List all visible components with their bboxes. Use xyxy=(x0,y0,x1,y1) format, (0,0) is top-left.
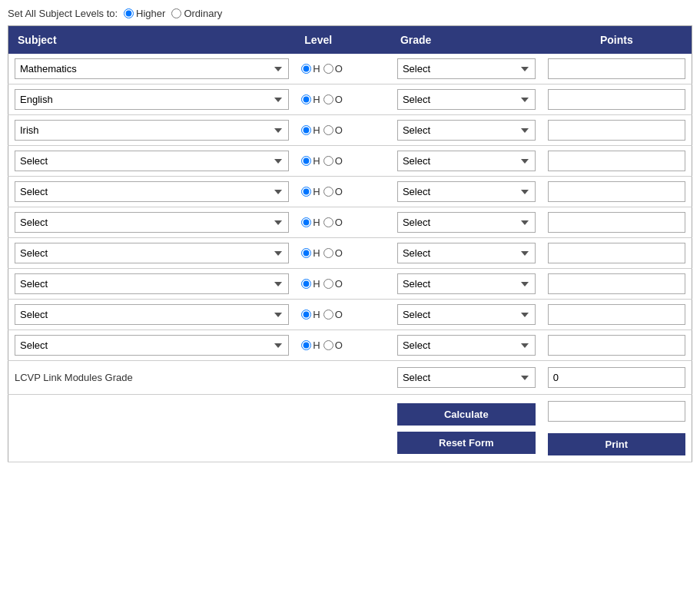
higher-level-radio[interactable] xyxy=(301,156,311,166)
footer-print-cell: Print xyxy=(542,395,692,462)
lcvp-label: LCVP Link Modules Grade xyxy=(15,372,133,383)
higher-level-label[interactable]: H xyxy=(301,155,320,167)
reset-button[interactable]: Reset Form xyxy=(397,432,536,454)
points-input[interactable] xyxy=(548,89,685,110)
higher-level-label[interactable]: H xyxy=(301,63,320,75)
points-input[interactable] xyxy=(548,120,685,141)
higher-level-radio[interactable] xyxy=(301,187,311,197)
grade-select[interactable]: SelectH1H2H3H4H5H6H7H8O1O2O3O4O5O6O7O8 xyxy=(397,151,536,171)
subject-select[interactable]: SelectMathematicsEnglishIrishFrenchGerma… xyxy=(15,120,289,141)
table-row: SelectMathematicsEnglishIrishFrenchGerma… xyxy=(8,269,692,300)
points-input[interactable] xyxy=(548,181,685,202)
subject-select[interactable]: SelectMathematicsEnglishIrishFrenchGerma… xyxy=(15,151,289,171)
level-controls: H O xyxy=(301,247,385,259)
calculate-button[interactable]: Calculate xyxy=(397,403,536,426)
grade-select[interactable]: SelectH1H2H3H4H5H6H7H8O1O2O3O4O5O6O7O8 xyxy=(397,120,536,141)
subject-select[interactable]: SelectMathematicsEnglishIrishFrenchGerma… xyxy=(15,58,289,79)
higher-level-label[interactable]: H xyxy=(301,247,320,259)
grade-cell: SelectH1H2H3H4H5H6H7H8O1O2O3O4O5O6O7O8 xyxy=(391,146,542,177)
subject-cell: SelectMathematicsEnglishIrishFrenchGerma… xyxy=(8,84,296,115)
grade-select[interactable]: SelectH1H2H3H4H5H6H7H8O1O2O3O4O5O6O7O8 xyxy=(397,243,536,263)
subject-select[interactable]: SelectMathematicsEnglishIrishFrenchGerma… xyxy=(15,243,289,263)
h-label: H xyxy=(313,63,320,75)
ordinary-level-radio[interactable] xyxy=(323,310,333,320)
subject-select[interactable]: SelectMathematicsEnglishIrishFrenchGerma… xyxy=(15,212,289,233)
higher-level-label[interactable]: H xyxy=(301,186,320,197)
ordinary-level-label[interactable]: O xyxy=(323,278,343,290)
higher-level-label[interactable]: H xyxy=(301,124,320,136)
h-label: H xyxy=(313,278,320,290)
subject-select[interactable]: SelectMathematicsEnglishIrishFrenchGerma… xyxy=(15,304,289,325)
higher-level-radio[interactable] xyxy=(301,310,311,320)
higher-level-radio[interactable] xyxy=(301,125,311,135)
points-cell xyxy=(542,177,692,207)
subject-select[interactable]: SelectMathematicsEnglishIrishFrenchGerma… xyxy=(15,273,289,294)
level-cell: H O xyxy=(295,269,391,300)
lcvp-points-input[interactable]: 0 xyxy=(548,367,685,388)
ordinary-level-radio[interactable] xyxy=(323,94,333,104)
higher-level-label[interactable]: H xyxy=(301,94,320,105)
ordinary-level-label[interactable]: O xyxy=(323,124,343,136)
ordinary-level-radio[interactable] xyxy=(323,279,333,289)
ordinary-level-label[interactable]: O xyxy=(323,94,343,105)
level-cell: H O xyxy=(295,177,391,207)
o-label: O xyxy=(335,217,343,228)
grade-select[interactable]: SelectH1H2H3H4H5H6H7H8O1O2O3O4O5O6O7O8 xyxy=(397,273,536,294)
ordinary-radio-label[interactable]: Ordinary xyxy=(171,8,222,19)
points-input[interactable] xyxy=(548,335,685,356)
points-input[interactable] xyxy=(548,304,685,325)
points-input[interactable] xyxy=(548,273,685,294)
ordinary-level-radio[interactable] xyxy=(323,248,333,258)
points-input[interactable] xyxy=(548,243,685,263)
ordinary-level-radio[interactable] xyxy=(323,187,333,197)
level-controls: H O xyxy=(301,217,385,228)
ordinary-level-label[interactable]: O xyxy=(323,155,343,167)
higher-level-radio[interactable] xyxy=(301,279,311,289)
higher-level-label[interactable]: H xyxy=(301,309,320,320)
higher-level-radio[interactable] xyxy=(301,94,311,104)
ordinary-level-label[interactable]: O xyxy=(323,217,343,228)
ordinary-level-label[interactable]: O xyxy=(323,339,343,351)
higher-level-radio[interactable] xyxy=(301,64,311,74)
grade-select[interactable]: SelectH1H2H3H4H5H6H7H8O1O2O3O4O5O6O7O8 xyxy=(397,335,536,356)
higher-level-label[interactable]: H xyxy=(301,217,320,228)
grade-select[interactable]: SelectH1H2H3H4H5H6H7H8O1O2O3O4O5O6O7O8 xyxy=(397,181,536,202)
ordinary-level-radio[interactable] xyxy=(323,125,333,135)
grade-select[interactable]: SelectH1H2H3H4H5H6H7H8O1O2O3O4O5O6O7O8 xyxy=(397,212,536,233)
points-input[interactable] xyxy=(548,151,685,171)
header-level: Level xyxy=(295,26,391,55)
grade-select[interactable]: SelectH1H2H3H4H5H6H7H8O1O2O3O4O5O6O7O8 xyxy=(397,304,536,325)
h-label: H xyxy=(313,217,320,228)
footer-buttons-cell: Calculate Reset Form xyxy=(391,395,542,462)
higher-level-radio[interactable] xyxy=(301,340,311,350)
higher-radio-label[interactable]: Higher xyxy=(124,8,165,19)
points-input[interactable] xyxy=(548,58,685,79)
ordinary-level-label[interactable]: O xyxy=(323,247,343,259)
higher-level-radio[interactable] xyxy=(301,217,311,227)
ordinary-level-label[interactable]: O xyxy=(323,186,343,197)
footer-empty xyxy=(8,395,391,462)
grade-select[interactable]: SelectH1H2H3H4H5H6H7H8O1O2O3O4O5O6O7O8 xyxy=(397,89,536,110)
ordinary-level-label[interactable]: O xyxy=(323,309,343,320)
ordinary-level-radio[interactable] xyxy=(323,156,333,166)
total-points-input[interactable] xyxy=(548,401,685,422)
subject-select[interactable]: SelectMathematicsEnglishIrishFrenchGerma… xyxy=(15,89,289,110)
subject-select[interactable]: SelectMathematicsEnglishIrishFrenchGerma… xyxy=(15,181,289,202)
higher-level-radio[interactable] xyxy=(301,248,311,258)
print-button[interactable]: Print xyxy=(548,433,685,455)
lcvp-grade-select[interactable]: Select Distinction Merit Pass xyxy=(397,367,536,388)
higher-level-label[interactable]: H xyxy=(301,339,320,351)
grade-cell: SelectH1H2H3H4H5H6H7H8O1O2O3O4O5O6O7O8 xyxy=(391,330,542,361)
ordinary-level-label[interactable]: O xyxy=(323,63,343,75)
ordinary-level-radio[interactable] xyxy=(323,340,333,350)
table-row: SelectMathematicsEnglishIrishFrenchGerma… xyxy=(8,115,692,146)
ordinary-level-radio[interactable] xyxy=(323,64,333,74)
points-input[interactable] xyxy=(548,212,685,233)
ordinary-radio[interactable] xyxy=(171,8,181,18)
grade-select[interactable]: SelectH1H2H3H4H5H6H7H8O1O2O3O4O5O6O7O8 xyxy=(397,58,536,79)
higher-radio[interactable] xyxy=(124,8,134,18)
higher-level-label[interactable]: H xyxy=(301,278,320,290)
ordinary-level-radio[interactable] xyxy=(323,217,333,227)
set-all-label: Set All Subject Levels to: xyxy=(8,8,118,19)
subject-select[interactable]: SelectMathematicsEnglishIrishFrenchGerma… xyxy=(15,335,289,356)
